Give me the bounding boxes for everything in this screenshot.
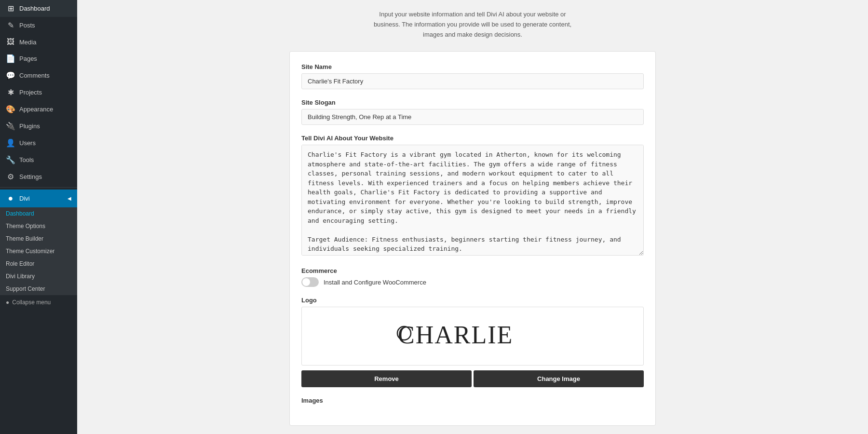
sidebar: ⊞ Dashboard ✎ Posts 🖼 Media 📄 Pages 💬 Co…	[0, 0, 77, 434]
page-description: Input your website information and tell …	[289, 10, 656, 40]
sidebar-item-plugins[interactable]: 🔌 Plugins	[0, 118, 77, 135]
ecommerce-toggle-row: Install and Configure WooCommerce	[301, 277, 644, 287]
projects-icon: ✱	[6, 88, 15, 97]
sidebar-item-users[interactable]: 👤 Users	[0, 135, 77, 151]
about-label: Tell Divi AI About Your Website	[301, 135, 644, 142]
divi-icon: ●	[6, 193, 15, 203]
sidebar-item-theme-options[interactable]: Theme Options	[0, 220, 77, 232]
divi-arrow-icon: ◀	[68, 196, 71, 201]
sidebar-divider	[0, 187, 77, 188]
logo-label: Logo	[301, 297, 644, 304]
ecommerce-toggle-label: Install and Configure WooCommerce	[324, 279, 426, 286]
collapse-icon: ●	[6, 299, 9, 306]
site-slogan-input[interactable]	[301, 109, 644, 125]
sidebar-item-comments[interactable]: 💬 Comments	[0, 67, 77, 84]
sidebar-item-divi-library[interactable]: Divi Library	[0, 270, 77, 283]
logo-image: CHARLIE	[395, 317, 550, 355]
sidebar-item-theme-customizer[interactable]: Theme Customizer	[0, 245, 77, 258]
appearance-icon: 🎨	[6, 105, 15, 114]
sidebar-item-posts[interactable]: ✎ Posts	[0, 17, 77, 34]
collapse-menu-button[interactable]: ● Collapse menu	[0, 295, 77, 310]
remove-button[interactable]: Remove	[301, 370, 472, 387]
sidebar-item-media[interactable]: 🖼 Media	[0, 34, 77, 50]
comments-icon: 💬	[6, 71, 15, 80]
sidebar-item-tools[interactable]: 🔧 Tools	[0, 151, 77, 168]
media-icon: 🖼	[6, 38, 15, 46]
divi-submenu: Dashboard Theme Options Theme Builder Th…	[0, 207, 77, 295]
tools-icon: 🔧	[6, 155, 15, 164]
sidebar-item-divi[interactable]: ● Divi ◀	[0, 190, 77, 207]
sidebar-item-theme-builder[interactable]: Theme Builder	[0, 232, 77, 245]
logo-buttons: Remove Change Image	[301, 370, 644, 387]
change-image-button[interactable]: Change Image	[474, 370, 644, 387]
sidebar-item-divi-dashboard[interactable]: Dashboard	[0, 207, 77, 220]
svg-text:CHARLIE: CHARLIE	[398, 321, 513, 349]
images-label: Images	[301, 397, 644, 404]
site-name-label: Site Name	[301, 63, 644, 70]
logo-container: CHARLIE	[301, 307, 644, 366]
settings-icon: ⚙	[6, 172, 15, 181]
ecommerce-toggle-switch[interactable]	[301, 277, 319, 287]
pages-icon: 📄	[6, 54, 15, 63]
plugins-icon: 🔌	[6, 122, 15, 131]
about-textarea[interactable]	[301, 145, 644, 256]
sidebar-item-pages[interactable]: 📄 Pages	[0, 50, 77, 67]
sidebar-item-projects[interactable]: ✱ Projects	[0, 84, 77, 101]
posts-icon: ✎	[6, 21, 15, 30]
site-slogan-group: Site Slogan	[301, 99, 644, 125]
content-wrapper: Input your website information and tell …	[289, 0, 656, 415]
logo-group: Logo CHARLIE Remove Change Image	[301, 297, 644, 387]
sidebar-item-appearance[interactable]: 🎨 Appearance	[0, 101, 77, 118]
sidebar-item-settings[interactable]: ⚙ Settings	[0, 168, 77, 185]
main-content: Input your website information and tell …	[77, 0, 868, 434]
users-icon: 👤	[6, 138, 15, 148]
site-slogan-label: Site Slogan	[301, 99, 644, 106]
ecommerce-label: Ecommerce	[301, 267, 644, 274]
site-name-group: Site Name	[301, 63, 644, 89]
ecommerce-group: Ecommerce Install and Configure WooComme…	[301, 267, 644, 287]
form-card: Site Name Site Slogan Tell Divi AI About…	[289, 51, 656, 426]
about-group: Tell Divi AI About Your Website	[301, 135, 644, 258]
site-name-input[interactable]	[301, 73, 644, 89]
dashboard-icon: ⊞	[6, 4, 15, 13]
sidebar-item-dashboard[interactable]: ⊞ Dashboard	[0, 0, 77, 17]
sidebar-item-support-center[interactable]: Support Center	[0, 283, 77, 295]
images-group: Images	[301, 397, 644, 404]
sidebar-item-role-editor[interactable]: Role Editor	[0, 258, 77, 270]
